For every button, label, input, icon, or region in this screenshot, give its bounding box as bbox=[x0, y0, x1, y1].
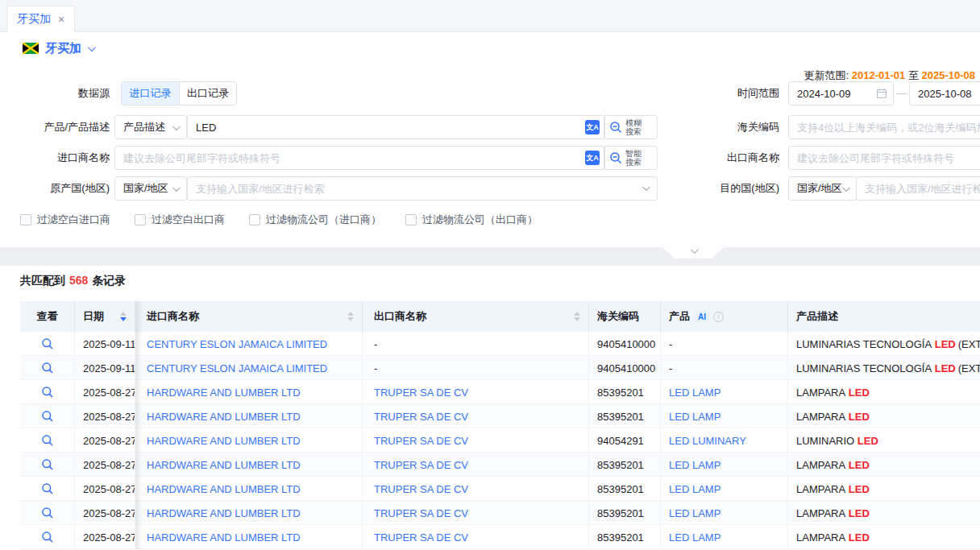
view-detail-icon[interactable] bbox=[41, 507, 54, 519]
translate-icon[interactable]: 文A bbox=[585, 120, 600, 134]
table-row: 2025-08-27 HARDWARE AND LUMBER LTD TRUPE… bbox=[20, 453, 980, 477]
origin-input[interactable] bbox=[187, 176, 658, 201]
cell-description: LAMPARA LED bbox=[788, 477, 980, 501]
fuzzy-search-button[interactable]: 模糊 搜索 bbox=[604, 115, 658, 139]
view-cell[interactable] bbox=[20, 332, 75, 356]
filter-checkbox[interactable]: 过滤空白出口商 bbox=[135, 213, 225, 227]
cell-exporter[interactable]: TRUPER SA DE CV bbox=[363, 428, 589, 453]
view-cell[interactable] bbox=[20, 525, 75, 549]
filter-checkbox[interactable]: 过滤物流公司（出口商） bbox=[405, 213, 538, 227]
sort-icon[interactable] bbox=[114, 312, 127, 321]
date-end-input[interactable] bbox=[909, 81, 980, 105]
import-records-tab[interactable]: 进口记录 bbox=[122, 82, 179, 105]
cell-importer[interactable]: HARDWARE AND LUMBER LTD bbox=[135, 525, 363, 549]
checkbox-icon[interactable] bbox=[135, 214, 146, 225]
panel-divider-strip bbox=[0, 247, 980, 266]
cell-importer[interactable]: HARDWARE AND LUMBER LTD bbox=[135, 453, 363, 477]
col-importer[interactable]: 进口商名称 bbox=[135, 301, 363, 332]
product-input[interactable] bbox=[187, 115, 604, 139]
view-detail-icon[interactable] bbox=[41, 386, 54, 399]
desc-highlight: LED bbox=[935, 362, 956, 374]
view-cell[interactable] bbox=[20, 356, 75, 380]
close-icon[interactable]: × bbox=[58, 14, 64, 25]
ai-badge: AI bbox=[695, 311, 709, 323]
cell-importer[interactable]: HARDWARE AND LUMBER LTD bbox=[135, 501, 363, 525]
view-detail-icon[interactable] bbox=[41, 410, 54, 423]
cell-date: 2025-08-27 bbox=[75, 428, 135, 453]
cell-exporter[interactable]: TRUPER SA DE CV bbox=[363, 501, 589, 525]
view-detail-icon[interactable] bbox=[41, 458, 54, 471]
tab-jamaica[interactable]: 牙买加 × bbox=[6, 6, 75, 32]
desc-pre: LAMPARA bbox=[796, 459, 845, 471]
sort-icon[interactable] bbox=[341, 312, 354, 321]
cell-exporter[interactable]: TRUPER SA DE CV bbox=[363, 453, 589, 477]
col-date[interactable]: 日期 bbox=[75, 301, 135, 332]
cell-importer[interactable]: HARDWARE AND LUMBER LTD bbox=[135, 404, 363, 428]
date-start-field bbox=[788, 81, 894, 105]
desc-highlight: LED bbox=[849, 531, 870, 544]
cell-importer[interactable]: HARDWARE AND LUMBER LTD bbox=[135, 380, 363, 404]
destination-input[interactable] bbox=[856, 176, 980, 201]
view-detail-icon[interactable] bbox=[41, 531, 54, 544]
desc-highlight: LED bbox=[849, 459, 870, 471]
country-header[interactable]: 牙买加 bbox=[23, 40, 93, 56]
desc-highlight: LED bbox=[935, 338, 956, 350]
cell-importer[interactable]: CENTURY ESLON JAMAICA LIMITED bbox=[135, 356, 363, 380]
cell-exporter[interactable]: TRUPER SA DE CV bbox=[363, 525, 589, 549]
cell-importer[interactable]: CENTURY ESLON JAMAICA LIMITED bbox=[135, 332, 363, 356]
checkbox-icon[interactable] bbox=[20, 214, 31, 225]
exporter-input[interactable] bbox=[788, 146, 980, 170]
col-exporter[interactable]: 出口商名称 bbox=[363, 301, 589, 332]
desc-pre: LAMPARA bbox=[796, 483, 845, 495]
view-detail-icon[interactable] bbox=[41, 434, 54, 447]
view-detail-icon[interactable] bbox=[41, 337, 54, 350]
info-icon[interactable]: i bbox=[713, 312, 724, 322]
view-cell[interactable] bbox=[20, 477, 75, 501]
export-records-tab[interactable]: 出口记录 bbox=[179, 82, 236, 105]
view-cell[interactable] bbox=[20, 404, 75, 428]
view-detail-icon[interactable] bbox=[41, 362, 54, 374]
product-type-select[interactable]: 产品描述 bbox=[114, 115, 187, 139]
sort-icon[interactable] bbox=[567, 312, 580, 321]
desc-pre: LUMINARIO bbox=[796, 435, 854, 447]
origin-type-select[interactable]: 国家/地区 bbox=[114, 176, 187, 201]
filter-checkbox-row: 过滤空白进口商过滤空白出口商过滤物流公司（进口商）过滤物流公司（出口商） bbox=[20, 213, 538, 227]
destination-label: 目的国(地区) bbox=[677, 176, 779, 201]
view-cell[interactable] bbox=[20, 453, 75, 477]
hs-code-input[interactable] bbox=[788, 115, 980, 139]
cell-importer[interactable]: HARDWARE AND LUMBER LTD bbox=[135, 428, 363, 453]
cell-product[interactable]: LED LAMP bbox=[661, 453, 788, 477]
filter-checkbox[interactable]: 过滤物流公司（进口商） bbox=[249, 213, 381, 227]
smart-search-label: 智能 搜索 bbox=[625, 149, 642, 167]
checkbox-icon[interactable] bbox=[405, 214, 417, 225]
destination-type-select[interactable]: 国家/地区 bbox=[788, 176, 857, 201]
view-detail-icon[interactable] bbox=[41, 482, 54, 495]
filter-checkbox[interactable]: 过滤空白进口商 bbox=[20, 213, 110, 227]
fuzzy-search-label: 模糊 搜索 bbox=[625, 118, 642, 136]
view-cell[interactable] bbox=[20, 380, 75, 404]
view-cell[interactable] bbox=[20, 428, 75, 453]
cell-product[interactable]: LED LAMP bbox=[661, 404, 788, 428]
chevron-down-icon[interactable] bbox=[88, 43, 96, 52]
cell-exporter[interactable]: TRUPER SA DE CV bbox=[363, 477, 589, 501]
cell-product[interactable]: LED LAMP bbox=[661, 501, 788, 525]
view-cell[interactable] bbox=[20, 501, 75, 525]
checkbox-label: 过滤物流公司（出口商） bbox=[422, 213, 538, 227]
cell-product[interactable]: LED LUMINARY bbox=[661, 428, 788, 453]
table-body: 2025-09-11 CENTURY ESLON JAMAICA LIMITED… bbox=[20, 332, 980, 549]
importer-input[interactable] bbox=[114, 146, 604, 170]
desc-pre: LAMPARA bbox=[796, 387, 845, 399]
cell-product[interactable]: LED LAMP bbox=[661, 477, 788, 501]
cell-date: 2025-08-27 bbox=[75, 525, 135, 549]
checkbox-icon[interactable] bbox=[249, 214, 260, 225]
cell-exporter[interactable]: TRUPER SA DE CV bbox=[363, 380, 589, 404]
cell-product[interactable]: LED LAMP bbox=[661, 525, 788, 549]
translate-icon[interactable]: 文A bbox=[585, 151, 600, 165]
product-type-value: 产品描述 bbox=[123, 120, 165, 134]
cell-product[interactable]: LED LAMP bbox=[661, 380, 788, 404]
record-count: 568 bbox=[69, 274, 88, 287]
cell-exporter[interactable]: TRUPER SA DE CV bbox=[363, 404, 589, 428]
smart-search-button[interactable]: 智能 搜索 bbox=[604, 146, 658, 170]
cell-importer[interactable]: HARDWARE AND LUMBER LTD bbox=[135, 477, 363, 501]
cell-hs: 85395201 bbox=[589, 453, 661, 477]
